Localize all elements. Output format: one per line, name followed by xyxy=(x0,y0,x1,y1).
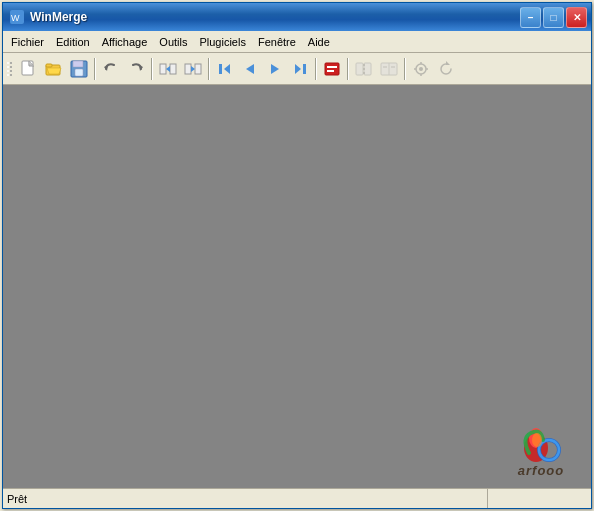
svg-rect-7 xyxy=(73,61,83,67)
main-window: W WinMerge – □ ✕ Fichier Edition Afficha… xyxy=(2,2,592,509)
options-button[interactable] xyxy=(409,57,433,81)
menu-plugiciels[interactable]: Plugiciels xyxy=(193,34,251,50)
svg-point-46 xyxy=(532,433,542,447)
toolbar-separator-5 xyxy=(347,58,349,80)
menu-fenetre[interactable]: Fenêtre xyxy=(252,34,302,50)
svg-marker-19 xyxy=(246,64,254,74)
watermark-text: arfooo xyxy=(518,463,564,478)
copy-right-button[interactable] xyxy=(156,57,180,81)
cur-diff-button[interactable] xyxy=(320,57,344,81)
svg-rect-12 xyxy=(170,64,176,74)
menu-bar: Fichier Edition Affichage Outils Plugici… xyxy=(3,31,591,53)
first-diff-button[interactable] xyxy=(213,57,237,81)
toolbar-handle[interactable] xyxy=(7,58,13,80)
svg-marker-21 xyxy=(295,64,301,74)
svg-rect-18 xyxy=(219,64,222,74)
menu-affichage[interactable]: Affichage xyxy=(96,34,154,50)
svg-rect-22 xyxy=(303,64,306,74)
winmerge-icon: W xyxy=(9,9,25,25)
undo-button[interactable] xyxy=(99,57,123,81)
title-bar-left: W WinMerge xyxy=(9,9,87,25)
save-button[interactable] xyxy=(67,57,91,81)
minimize-button[interactable]: – xyxy=(520,7,541,28)
svg-marker-41 xyxy=(446,61,450,65)
toolbar-separator-2 xyxy=(151,58,153,80)
edit2-button[interactable] xyxy=(377,57,401,81)
status-panel-right xyxy=(487,489,587,508)
svg-rect-23 xyxy=(325,63,339,75)
status-bar: Prêt xyxy=(3,488,591,508)
next-diff-button[interactable] xyxy=(263,57,287,81)
menu-aide[interactable]: Aide xyxy=(302,34,336,50)
svg-rect-27 xyxy=(364,63,371,75)
toolbar-separator-3 xyxy=(208,58,210,80)
last-diff-button[interactable] xyxy=(288,57,312,81)
svg-marker-17 xyxy=(224,64,230,74)
status-text: Prêt xyxy=(7,493,487,505)
menu-outils[interactable]: Outils xyxy=(153,34,193,50)
prev-diff-button[interactable] xyxy=(238,57,262,81)
svg-marker-13 xyxy=(166,66,170,72)
svg-text:W: W xyxy=(11,13,20,23)
refresh-button[interactable] xyxy=(434,57,458,81)
svg-rect-8 xyxy=(75,69,83,76)
svg-rect-14 xyxy=(185,64,191,74)
svg-rect-5 xyxy=(46,64,52,67)
copy-left-button[interactable] xyxy=(181,57,205,81)
toolbar xyxy=(3,53,591,85)
svg-marker-20 xyxy=(271,64,279,74)
svg-rect-11 xyxy=(160,64,166,74)
toolbar-separator-1 xyxy=(94,58,96,80)
new-button[interactable] xyxy=(17,57,41,81)
title-bar: W WinMerge – □ ✕ xyxy=(3,3,591,31)
open-button[interactable] xyxy=(42,57,66,81)
toolbar-separator-6 xyxy=(404,58,406,80)
toolbar-separator-4 xyxy=(315,58,317,80)
svg-rect-25 xyxy=(327,70,334,72)
watermark: arfooo xyxy=(501,418,581,478)
title-buttons: – □ ✕ xyxy=(520,7,587,28)
menu-fichier[interactable]: Fichier xyxy=(5,34,50,50)
svg-marker-16 xyxy=(191,66,195,72)
main-content: arfooo xyxy=(3,85,591,488)
menu-edition[interactable]: Edition xyxy=(50,34,96,50)
edit1-button[interactable] xyxy=(352,57,376,81)
svg-rect-15 xyxy=(195,64,201,74)
svg-rect-26 xyxy=(356,63,363,75)
maximize-button[interactable]: □ xyxy=(543,7,564,28)
close-button[interactable]: ✕ xyxy=(566,7,587,28)
svg-point-36 xyxy=(419,67,423,71)
redo-button[interactable] xyxy=(124,57,148,81)
window-title: WinMerge xyxy=(30,10,87,24)
svg-rect-24 xyxy=(327,66,337,68)
